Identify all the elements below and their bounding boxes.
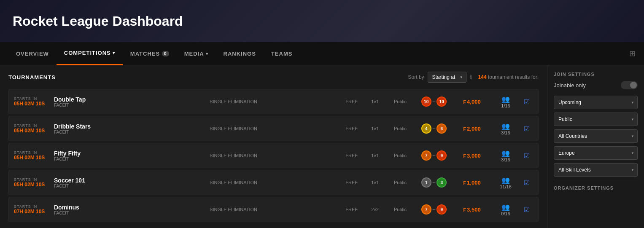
- nav-overview[interactable]: OVERVIEW: [8, 42, 57, 65]
- access-select[interactable]: Public Private All: [554, 113, 638, 126]
- sort-select[interactable]: Starting at Prize Pool Players: [428, 72, 466, 83]
- skill-dash: –: [433, 126, 436, 131]
- tournament-name-col: Dominus FACEIT: [52, 204, 128, 215]
- joinable-only-row: Joinable only: [554, 81, 638, 89]
- skill-select[interactable]: All Skill Levels Beginner Intermediate A…: [554, 163, 638, 177]
- tournament-participants: 👥 3/16: [491, 149, 520, 162]
- nav-matches[interactable]: MATCHES 0: [123, 42, 177, 65]
- check-icon: ☑: [524, 125, 530, 132]
- check-icon: ☑: [524, 98, 530, 105]
- tournament-type: SINGLE ELIMINATION: [128, 207, 339, 212]
- skill-dash: –: [433, 180, 436, 185]
- tournament-check: ☑: [520, 152, 533, 160]
- tournament-entry: FREE: [339, 207, 364, 212]
- info-icon[interactable]: ℹ: [470, 74, 472, 80]
- skill-dash: –: [433, 99, 436, 105]
- access-select-wrapper: Public Private All: [554, 113, 638, 126]
- tournament-participants: 👥 3/16: [491, 122, 520, 135]
- tournament-mode: 1v1: [364, 153, 385, 158]
- check-icon: ☑: [524, 152, 530, 159]
- nav-rankings[interactable]: RANKINGS: [216, 42, 264, 65]
- hero-section: Rocket League Dashboard: [0, 0, 644, 42]
- skill-select-wrapper: All Skill Levels Beginner Intermediate A…: [554, 163, 638, 177]
- tournament-prize: F1,000: [453, 179, 491, 186]
- participants-icon: 👥: [491, 95, 520, 103]
- check-icon: ☑: [524, 206, 530, 213]
- tournament-type: SINGLE ELIMINATION: [128, 153, 339, 158]
- main-content: TOURNAMENTS Sort by Starting at Prize Po…: [0, 65, 644, 228]
- joinable-toggle[interactable]: [621, 81, 638, 89]
- tournament-time: STARTS IN 05H 02M 10S: [14, 150, 52, 161]
- tournament-list: STARTS IN 05H 02M 10S Double Tap FACEIT …: [8, 89, 539, 222]
- nav-competitions[interactable]: COMPETITIONS ▾: [57, 42, 123, 65]
- tournament-name-col: Double Tap FACEIT: [52, 96, 128, 107]
- tournament-participants: 👥 1/16: [491, 95, 520, 108]
- tournament-entry: FREE: [339, 153, 364, 158]
- country-select[interactable]: All Countries United States United Kingd…: [554, 129, 638, 143]
- join-settings-title: JOIN SETTINGS: [554, 72, 638, 77]
- section-title: TOURNAMENTS: [8, 74, 408, 80]
- tournament-prize: F4,000: [453, 98, 491, 105]
- tournament-prize: F2,000: [453, 125, 491, 132]
- results-count: 144 tournament results for:: [478, 74, 539, 80]
- tournament-skill-range: 4 – 6: [415, 123, 453, 134]
- table-row[interactable]: STARTS IN 07H 02M 10S Dominus FACEIT SIN…: [8, 197, 539, 222]
- participants-icon: 👥: [491, 203, 520, 211]
- tournament-check: ☑: [520, 98, 533, 106]
- table-row[interactable]: STARTS IN 05H 02M 10S Fifty Fifty FACEIT…: [8, 143, 539, 168]
- tournament-skill-range: 7 – 9: [415, 204, 453, 215]
- joinable-only-label: Joinable only: [554, 82, 586, 89]
- nav-media[interactable]: MEDIA ▾: [177, 42, 216, 65]
- sort-label: Sort by: [408, 74, 424, 80]
- table-row[interactable]: STARTS IN 05H 02M 10S Dribble Stars FACE…: [8, 116, 539, 141]
- tournament-access: Public: [385, 99, 415, 104]
- tournament-type: SINGLE ELIMINATION: [128, 126, 339, 131]
- tournament-time: STARTS IN 05H 02M 10S: [14, 177, 52, 188]
- chevron-down-icon: ▾: [113, 51, 115, 55]
- country-select-wrapper: All Countries United States United Kingd…: [554, 129, 638, 143]
- tournament-mode: 1v1: [364, 180, 385, 185]
- tournament-access: Public: [385, 153, 415, 158]
- tournament-time: STARTS IN 05H 02M 10S: [14, 123, 52, 134]
- table-row[interactable]: STARTS IN 05H 02M 10S Double Tap FACEIT …: [8, 89, 539, 114]
- page-title: Rocket League Dashboard: [13, 13, 183, 29]
- region-select[interactable]: Europe North America South America Asia …: [554, 146, 638, 160]
- chevron-down-icon: ▾: [206, 51, 208, 56]
- region-select-wrapper: Europe North America South America Asia …: [554, 146, 638, 160]
- tournament-mode: 1v1: [364, 126, 385, 131]
- check-icon: ☑: [524, 179, 530, 186]
- tournament-time: STARTS IN 07H 02M 10S: [14, 204, 52, 215]
- tournament-access: Public: [385, 207, 415, 212]
- tournament-section: TOURNAMENTS Sort by Starting at Prize Po…: [0, 65, 547, 228]
- tournament-check: ☑: [520, 206, 533, 214]
- tournament-name-col: Dribble Stars FACEIT: [52, 123, 128, 134]
- participants-icon: 👥: [491, 149, 520, 157]
- tournament-type: SINGLE ELIMINATION: [128, 99, 339, 104]
- status-select[interactable]: Upcoming Ongoing Finished All: [554, 96, 638, 109]
- tournament-skill-range: 7 – 9: [415, 150, 453, 161]
- sort-controls: Sort by Starting at Prize Pool Players ℹ: [408, 72, 472, 83]
- participants-icon: 👥: [491, 176, 520, 184]
- tournament-entry: FREE: [339, 99, 364, 104]
- tournament-skill-range: 10 – 10: [415, 97, 453, 107]
- sort-select-wrapper: Starting at Prize Pool Players: [428, 72, 466, 83]
- tournament-participants: 👥 11/16: [491, 176, 520, 189]
- status-select-wrapper: Upcoming Ongoing Finished All: [554, 96, 638, 109]
- tournament-skill-range: 1 – 3: [415, 177, 453, 188]
- nav-teams[interactable]: TEAMS: [264, 42, 300, 65]
- tournament-mode: 1v1: [364, 99, 385, 104]
- skill-dash: –: [433, 207, 436, 212]
- tournament-name-col: Soccer 101 FACEIT: [52, 177, 128, 188]
- organizer-settings-title: ORGANIZER SETTINGS: [554, 181, 638, 190]
- tournament-time: STARTS IN 05H 02M 10S: [14, 97, 52, 107]
- tournament-mode: 2v2: [364, 207, 385, 212]
- tournament-participants: 👥 0/16: [491, 203, 520, 216]
- tournament-check: ☑: [520, 125, 533, 133]
- tournament-prize: F3,500: [453, 206, 491, 213]
- tournament-entry: FREE: [339, 180, 364, 185]
- table-row[interactable]: STARTS IN 05H 02M 10S Soccer 101 FACEIT …: [8, 170, 539, 195]
- tournament-check: ☑: [520, 179, 533, 187]
- grid-view-icon[interactable]: ⊞: [629, 49, 636, 58]
- tournament-access: Public: [385, 180, 415, 185]
- section-header: TOURNAMENTS Sort by Starting at Prize Po…: [8, 72, 539, 83]
